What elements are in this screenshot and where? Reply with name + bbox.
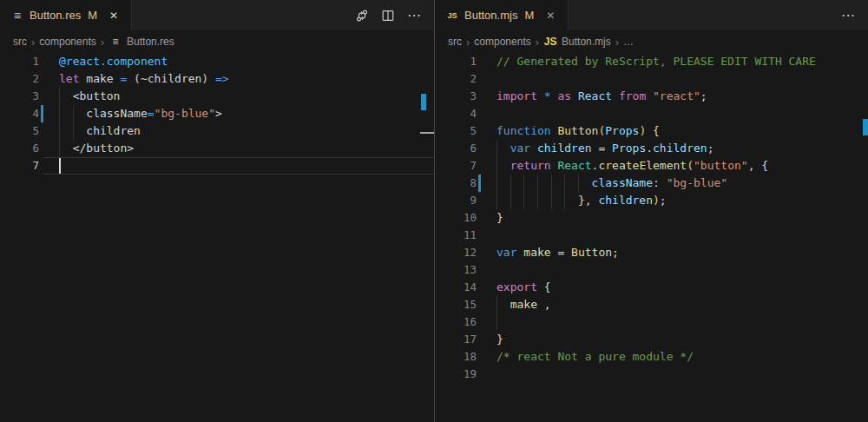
code-text xyxy=(481,261,868,279)
tab-label: Button.mjs xyxy=(464,9,517,22)
tab-button-mjs[interactable]: JS Button.mjs M ✕ xyxy=(435,0,569,30)
close-icon[interactable]: ✕ xyxy=(105,7,122,24)
line-number: 12 xyxy=(435,244,477,261)
code-text: @react.component xyxy=(43,53,434,70)
code-line[interactable]: 19 xyxy=(435,366,868,383)
editor-group-left: ≡ Button.res M ✕ ⋯ src›components›≡Butto… xyxy=(0,0,434,422)
indent-guide xyxy=(59,105,60,122)
code-text: import * as React from "react"; xyxy=(481,88,868,105)
code-line[interactable]: 3 <button xyxy=(0,88,434,105)
code-line[interactable]: 13 xyxy=(435,261,868,279)
file-lines-icon: ≡ xyxy=(108,35,122,49)
line-number: 9 xyxy=(435,192,477,209)
breadcrumb-item[interactable]: src xyxy=(448,36,462,48)
line-number: 5 xyxy=(435,122,477,140)
code-text: children xyxy=(43,122,434,140)
code-line[interactable]: 7 xyxy=(0,157,434,175)
code-line[interactable]: 4 className="bg-blue"> xyxy=(0,105,434,122)
breadcrumb-label: src xyxy=(448,36,462,48)
code-line[interactable]: 14export { xyxy=(435,279,868,296)
breadcrumb-item[interactable]: src xyxy=(13,36,27,48)
code-line[interactable]: 2let make = (~children) => xyxy=(0,70,434,88)
code-line[interactable]: 11 xyxy=(435,227,868,244)
tab-actions-right: ⋯ xyxy=(838,0,868,30)
code-line[interactable]: 6 </button> xyxy=(0,140,434,157)
tab-button-res[interactable]: ≡ Button.res M ✕ xyxy=(0,0,132,30)
code-line[interactable]: 2 xyxy=(435,70,868,88)
line-number: 5 xyxy=(0,122,39,140)
chevron-right-icon: › xyxy=(466,36,470,49)
indent-guide xyxy=(537,175,538,192)
code-lines: 1// Generated by ReScript, PLEASE EDIT W… xyxy=(435,53,868,383)
text-cursor xyxy=(59,158,61,174)
code-text: var children = Props.children; xyxy=(481,140,868,157)
code-line[interactable]: 9 }, children); xyxy=(435,192,868,209)
breadcrumb-item[interactable]: ≡Button.res xyxy=(108,35,174,49)
tab-bar-left: ≡ Button.res M ✕ ⋯ xyxy=(0,0,434,30)
line-number: 11 xyxy=(435,227,477,244)
line-number: 16 xyxy=(435,313,477,331)
breadcrumb-label: … xyxy=(623,36,634,48)
code-text xyxy=(481,313,868,331)
code-line[interactable]: 6 var children = Props.children; xyxy=(435,140,868,157)
code-line[interactable]: 3import * as React from "react"; xyxy=(435,88,868,105)
breadcrumb-item[interactable]: components xyxy=(474,36,530,48)
code-text: var make = Button; xyxy=(481,244,868,261)
code-line[interactable]: 5 children xyxy=(0,122,434,140)
breadcrumb-item[interactable]: … xyxy=(623,36,634,48)
editor-left[interactable]: 1@react.component2let make = (~children)… xyxy=(0,53,434,422)
line-number: 15 xyxy=(435,296,477,313)
code-text: } xyxy=(481,209,868,227)
tab-label: Button.res xyxy=(30,9,81,22)
more-actions-icon[interactable]: ⋯ xyxy=(838,6,858,25)
chevron-right-icon: › xyxy=(31,36,35,49)
indent-guide xyxy=(523,175,524,192)
code-line[interactable]: 5function Button(Props) { xyxy=(435,122,868,140)
indent-guide xyxy=(510,192,511,209)
code-line[interactable]: 1// Generated by ReScript, PLEASE EDIT W… xyxy=(435,53,868,70)
indent-guide xyxy=(510,175,511,192)
open-changes-icon[interactable] xyxy=(352,6,372,25)
editor-group-right: JS Button.mjs M ✕ ⋯ src›components›JSBut… xyxy=(435,0,868,422)
code-line[interactable]: 15 make , xyxy=(435,296,868,313)
js-icon: JS xyxy=(543,35,557,49)
editor-right[interactable]: 1// Generated by ReScript, PLEASE EDIT W… xyxy=(435,53,868,422)
code-text: } xyxy=(481,331,868,348)
code-text: /* react Not a pure module */ xyxy=(481,348,868,366)
code-text: <button xyxy=(43,88,434,105)
indent-guide xyxy=(537,192,538,209)
indent-guide xyxy=(496,313,497,331)
line-number: 8 xyxy=(435,175,477,192)
code-line[interactable]: 4 xyxy=(435,105,868,122)
code-text xyxy=(481,70,868,88)
code-line[interactable]: 10} xyxy=(435,209,868,227)
code-line[interactable]: 16 xyxy=(435,313,868,331)
line-number: 18 xyxy=(435,348,477,366)
code-text: className="bg-blue"> xyxy=(43,105,434,122)
indent-guide xyxy=(564,192,565,209)
code-text: }, children); xyxy=(481,192,868,209)
close-icon[interactable]: ✕ xyxy=(542,7,559,24)
more-actions-icon[interactable]: ⋯ xyxy=(404,6,424,25)
code-line[interactable]: 7 return React.createElement("button", { xyxy=(435,157,868,175)
split-editor-icon[interactable] xyxy=(378,6,398,25)
indent-guide xyxy=(59,140,60,157)
overview-modified-marker xyxy=(863,119,868,135)
code-line[interactable]: 12var make = Button; xyxy=(435,244,868,261)
code-line[interactable]: 8 className: "bg-blue" xyxy=(435,175,868,192)
code-line[interactable]: 18/* react Not a pure module */ xyxy=(435,348,868,366)
modified-badge: M xyxy=(524,9,534,22)
breadcrumb-item[interactable]: JSButton.mjs xyxy=(543,35,611,49)
code-line[interactable]: 1@react.component xyxy=(0,53,434,70)
line-number: 6 xyxy=(435,140,477,157)
indent-guide xyxy=(496,192,497,209)
code-text: return React.createElement("button", { xyxy=(481,157,868,175)
breadcrumb-label: src xyxy=(13,36,27,48)
breadcrumb-item[interactable]: components xyxy=(39,36,95,48)
breadcrumb-left: src›components›≡Button.res xyxy=(0,30,434,53)
indent-guide xyxy=(496,140,497,157)
code-line[interactable]: 17} xyxy=(435,331,868,348)
line-number: 4 xyxy=(0,105,39,122)
code-text xyxy=(43,157,434,175)
line-number: 13 xyxy=(435,261,477,279)
